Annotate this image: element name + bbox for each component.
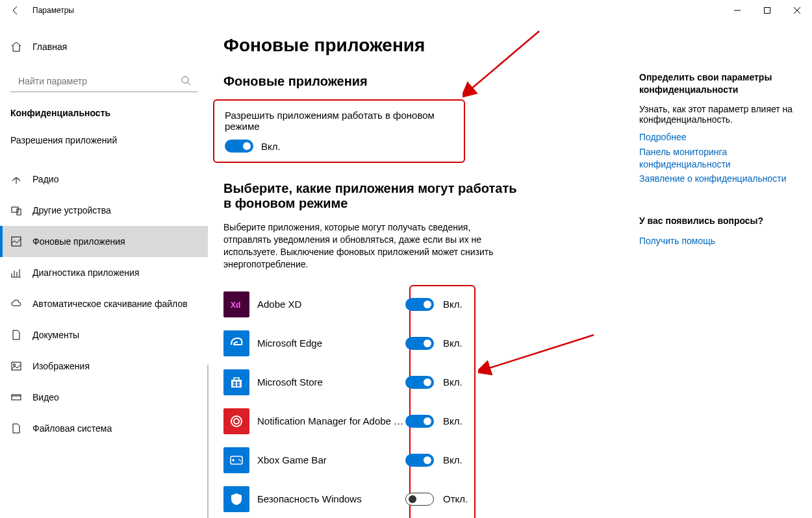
search-input[interactable] — [10, 70, 197, 92]
svg-rect-17 — [12, 395, 21, 400]
svg-rect-20 — [231, 380, 242, 388]
sidebar-nav: Радио Другие устройства Фоновые приложен… — [0, 164, 208, 444]
sidebar-item-radio[interactable]: Радио — [0, 164, 208, 195]
sidebar-item-downloads[interactable]: Автоматическое скачивание файлов — [0, 288, 208, 319]
sidebar-item-videos[interactable]: Видео — [0, 382, 208, 413]
maximize-icon — [764, 7, 770, 14]
sidebar-item-label: Видео — [32, 392, 59, 402]
svg-line-5 — [188, 82, 190, 85]
permissions-section-label: Разрешения приложений — [0, 123, 208, 147]
pictures-icon — [10, 360, 22, 372]
section-description: Выберите приложения, которые могут получ… — [223, 221, 503, 271]
sidebar-item-label: Диагностика приложения — [32, 267, 139, 278]
app-toggle-state: Вкл. — [443, 338, 463, 349]
search-box[interactable] — [10, 70, 197, 92]
link-learn-more[interactable]: Подробнее — [639, 131, 808, 143]
sidebar-item-background-apps[interactable]: Фоновые приложения — [0, 226, 208, 257]
app-toggle[interactable] — [405, 415, 434, 428]
app-row: Microsoft Store Вкл. — [223, 363, 639, 402]
sidebar-home-label: Главная — [32, 42, 67, 52]
questions-heading: У вас появились вопросы? — [639, 215, 808, 227]
svg-point-34 — [240, 460, 241, 462]
minimize-icon — [734, 7, 741, 14]
app-row: Microsoft Edge Вкл. — [223, 324, 639, 363]
scrollbar[interactable] — [207, 365, 209, 518]
app-toggle[interactable] — [405, 493, 434, 506]
page-title: Фоновые приложения — [223, 35, 639, 56]
minimize-button[interactable] — [722, 0, 752, 21]
section-title-1: Фоновые приложения — [223, 74, 639, 89]
master-toggle-highlight: Разрешить приложениям работать в фоновом… — [213, 99, 465, 163]
close-icon — [794, 7, 800, 14]
app-name: Microsoft Edge — [249, 338, 405, 349]
svg-point-4 — [182, 77, 188, 83]
sidebar-item-filesystem[interactable]: Файловая система — [0, 413, 208, 444]
sidebar-item-pictures[interactable]: Изображения — [0, 351, 208, 382]
search-icon — [181, 75, 191, 86]
link-privacy-dashboard[interactable]: Панель мониторинга конфиденциальности — [639, 146, 808, 171]
sidebar-item-label: Другие устройства — [32, 205, 111, 216]
app-toggle[interactable] — [405, 298, 434, 311]
app-row: Xd Adobe XD Вкл. — [223, 285, 639, 324]
sidebar-home[interactable]: Главная — [0, 34, 208, 60]
arrow-left-icon — [10, 5, 21, 16]
cloud-download-icon — [10, 298, 22, 310]
app-row: Xbox Game Bar Вкл. — [223, 441, 639, 480]
svg-text:Xd: Xd — [231, 301, 240, 310]
app-name: Microsoft Store — [249, 376, 405, 388]
link-get-help[interactable]: Получить помощь — [639, 235, 808, 247]
app-toggle[interactable] — [405, 454, 434, 467]
app-toggle-state: Откл. — [443, 493, 468, 504]
back-button[interactable] — [0, 0, 31, 21]
app-icon — [223, 369, 249, 395]
home-icon — [10, 41, 22, 53]
app-toggle-state: Вкл. — [443, 454, 463, 465]
sidebar: Главная Конфиденциальность Разрешения пр… — [0, 21, 208, 518]
diagnostics-icon — [10, 267, 22, 278]
app-toggle-state: Вкл. — [443, 299, 463, 310]
app-toggle[interactable] — [405, 337, 434, 350]
apps-list: Xd Adobe XD Вкл. Microsoft Edge Вкл. Mic… — [223, 285, 639, 518]
master-toggle-state: Вкл. — [261, 141, 281, 152]
app-name: Adobe XD — [249, 299, 405, 310]
svg-point-33 — [238, 459, 240, 460]
svg-rect-22 — [233, 382, 236, 384]
app-row: Безопасность Windows Откл. — [223, 480, 639, 518]
window-title: Параметры — [31, 6, 74, 15]
file-icon — [10, 423, 22, 434]
sidebar-item-devices[interactable]: Другие устройства — [0, 195, 208, 226]
app-name: Безопасность Windows — [249, 493, 405, 504]
app-name: Xbox Game Bar — [249, 454, 405, 465]
app-icon — [223, 447, 249, 473]
video-icon — [10, 391, 22, 403]
svg-rect-24 — [233, 384, 236, 386]
app-icon: Xd — [223, 291, 249, 317]
svg-rect-21 — [234, 378, 239, 380]
app-name: Notification Manager for Adobe Cre... — [249, 415, 405, 426]
app-toggle[interactable] — [405, 376, 434, 389]
sidebar-item-label: Изображения — [32, 361, 90, 371]
svg-point-16 — [14, 364, 16, 366]
privacy-text: Узнать, как этот параметр влияет на конф… — [639, 104, 808, 125]
sidebar-item-documents[interactable]: Документы — [0, 319, 208, 351]
sidebar-item-label: Автоматическое скачивание файлов — [32, 299, 188, 309]
app-icon — [223, 486, 249, 512]
document-icon — [10, 329, 22, 341]
svg-point-29 — [235, 419, 238, 423]
close-button[interactable] — [782, 0, 812, 21]
window-controls — [722, 0, 812, 21]
background-apps-icon — [10, 236, 22, 247]
right-panel: Определить свои параметры конфиденциальн… — [639, 35, 808, 518]
maximize-button[interactable] — [752, 0, 782, 21]
privacy-section-label: Конфиденциальность — [0, 92, 208, 123]
titlebar: Параметры — [0, 0, 812, 21]
devices-icon — [10, 204, 22, 216]
sidebar-item-label: Радио — [32, 174, 58, 184]
sidebar-item-diagnostics[interactable]: Диагностика приложения — [0, 257, 208, 288]
master-toggle[interactable] — [225, 140, 253, 153]
app-icon — [223, 330, 249, 356]
app-toggle-state: Вкл. — [443, 376, 463, 388]
main-content: Фоновые приложения Фоновые приложения Ра… — [223, 35, 639, 518]
link-privacy-statement[interactable]: Заявление о конфиденциальности — [639, 173, 808, 185]
svg-rect-25 — [237, 384, 240, 386]
